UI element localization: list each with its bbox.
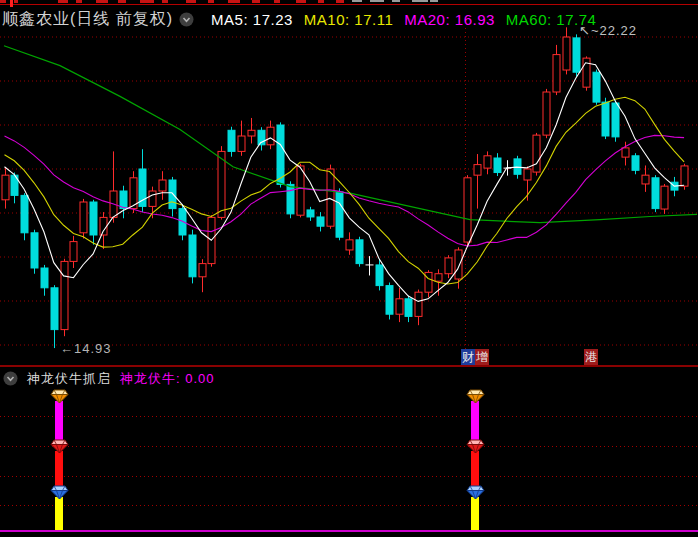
candle xyxy=(642,165,649,191)
sub-indicator-name: 神龙伏牛抓启 xyxy=(27,370,111,388)
candle xyxy=(336,188,343,240)
sub-gridline xyxy=(0,476,698,477)
peak-arrow-icon: ↖ xyxy=(579,23,591,38)
collapse-sub-panel-button[interactable] xyxy=(3,371,18,386)
candle xyxy=(632,153,639,174)
candle xyxy=(474,154,481,209)
ma5-line xyxy=(5,63,685,302)
main-candlestick-chart[interactable] xyxy=(0,0,698,368)
candle xyxy=(159,171,166,200)
candle xyxy=(464,175,471,246)
event-marker-hk-connect[interactable]: 港 xyxy=(584,349,598,365)
candle xyxy=(386,283,393,320)
candle xyxy=(652,175,659,212)
candle xyxy=(21,193,28,240)
candle xyxy=(484,151,491,174)
candle xyxy=(425,270,432,297)
signal-bar xyxy=(55,451,63,487)
candle xyxy=(139,149,146,212)
candle xyxy=(51,285,58,348)
candle xyxy=(238,121,245,156)
candle xyxy=(90,200,97,245)
candle xyxy=(553,45,560,95)
event-marker-holdings-increase[interactable]: 增 xyxy=(475,349,489,365)
candle xyxy=(356,237,363,267)
candle xyxy=(593,70,600,105)
app-window: 顺鑫农业(日线 前复权) MA5: 17.23 MA10: 17.11 MA20… xyxy=(0,0,698,537)
candle xyxy=(189,230,196,284)
peak-price-annotation: ↖~22.22 xyxy=(579,23,637,38)
candle xyxy=(2,168,9,208)
candle xyxy=(563,27,570,74)
candle xyxy=(228,127,235,157)
candle xyxy=(11,173,18,204)
candle xyxy=(199,259,206,292)
candle xyxy=(41,265,48,296)
candle xyxy=(415,290,422,326)
event-marker-financial[interactable]: 财 xyxy=(461,349,475,365)
red-gem-icon xyxy=(50,439,69,454)
candle xyxy=(70,236,77,268)
candle xyxy=(573,34,580,76)
candle xyxy=(31,230,38,274)
candle xyxy=(445,255,452,278)
sub-gridline xyxy=(0,416,698,417)
candle xyxy=(366,256,374,275)
signal-bar xyxy=(55,401,63,441)
candle xyxy=(61,259,68,336)
candle xyxy=(583,56,590,90)
gold-gem-icon xyxy=(50,389,69,404)
candle xyxy=(317,212,324,231)
sub-indicator-value: 神龙伏牛: 0.00 xyxy=(120,370,215,388)
candle xyxy=(661,184,668,214)
sub-gridline xyxy=(0,446,698,447)
candle xyxy=(346,232,353,254)
gold-gem-icon xyxy=(466,389,485,404)
panel-divider xyxy=(0,365,698,367)
red-gem-icon xyxy=(466,439,485,454)
candle xyxy=(543,89,550,138)
sub-indicator-header: 神龙伏牛抓启 神龙伏牛: 0.00 xyxy=(0,370,215,387)
blue-gem-icon xyxy=(50,485,69,500)
candle xyxy=(80,199,87,239)
candle xyxy=(396,288,403,322)
signal-bar xyxy=(471,497,479,531)
candle xyxy=(258,127,265,150)
candle xyxy=(612,100,619,141)
signal-bar xyxy=(471,401,479,441)
signal-bar xyxy=(55,497,63,531)
candle xyxy=(405,296,412,322)
candle xyxy=(208,215,215,266)
sub-indicator-baseline xyxy=(0,530,698,532)
sub-gridline xyxy=(0,505,698,506)
blue-gem-icon xyxy=(466,485,485,500)
candle xyxy=(110,151,117,222)
chevron-down-icon xyxy=(3,371,18,386)
signal-bar xyxy=(471,451,479,487)
candle xyxy=(307,207,314,221)
candle xyxy=(533,133,540,176)
candle xyxy=(248,118,255,144)
candle xyxy=(494,153,501,176)
low-price-annotation: ←14.93 xyxy=(60,341,112,356)
candle xyxy=(120,186,127,219)
